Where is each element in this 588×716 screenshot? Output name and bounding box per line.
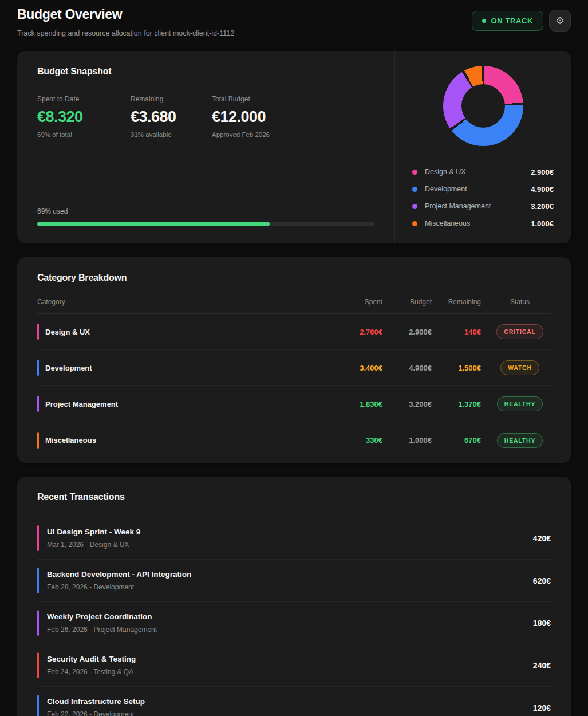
table-row[interactable]: Project Management 1.830€ 3.200€ 1.370€ …: [37, 386, 551, 422]
stat-remaining: Remaining €3.680 31% available: [131, 95, 212, 138]
transaction-name: Security Audit & Testing: [47, 655, 533, 663]
budget-value: 2.900€: [382, 328, 432, 336]
transaction-meta: Mar 1, 2026 - Design & UX: [47, 541, 533, 549]
transaction-body: UI Design Sprint - Week 9 Mar 1, 2026 - …: [47, 528, 533, 549]
transaction-accent-bar: [37, 652, 39, 678]
stat-sub: Approved Feb 2026: [212, 131, 374, 138]
transaction-amount: 420€: [533, 534, 551, 543]
stat-value: €12.000: [212, 108, 374, 126]
legend-item[interactable]: Project Management 3.200€: [412, 198, 554, 215]
category-accent-bar: [37, 432, 39, 449]
category-breakdown-title: Category Breakdown: [37, 273, 551, 283]
column-header-remaining: Remaining: [432, 298, 481, 306]
remaining-value: 670€: [432, 436, 481, 444]
transaction-name: Backend Development - API Integration: [47, 570, 533, 579]
recent-transactions-title: Recent Transactions: [37, 492, 551, 502]
table-row[interactable]: Design & UX 2.760€ 2.900€ 140€ CRITICAL: [37, 314, 551, 350]
transaction-amount: 180€: [533, 619, 551, 628]
category-name: Design & UX: [45, 328, 128, 336]
list-item[interactable]: Weekly Project Coordination Feb 26, 2026…: [37, 602, 551, 644]
transaction-meta: Feb 28, 2026 - Development: [47, 583, 533, 591]
budget-dashboard: Budget Overview Track spending and resou…: [0, 0, 588, 716]
legend-value: 3.200€: [531, 202, 554, 211]
spent-value: 2.760€: [332, 328, 382, 336]
spent-value: 330€: [332, 436, 382, 444]
transaction-body: Security Audit & Testing Feb 24, 2026 - …: [47, 655, 533, 676]
header-actions: ON TRACK ⚙: [472, 10, 571, 32]
budget-value: 1.000€: [382, 436, 432, 444]
list-item[interactable]: Cloud Infrastructure Setup Feb 22, 2026 …: [37, 687, 551, 716]
snapshot-stats-panel: Budget Snapshot Spent to Date €8.320 69%…: [17, 51, 394, 243]
transaction-meta: Feb 22, 2026 - Development: [47, 710, 533, 716]
gear-icon: ⚙: [555, 15, 564, 27]
status-pill: HEALTHY: [497, 396, 543, 411]
list-item[interactable]: UI Design Sprint - Week 9 Mar 1, 2026 - …: [37, 517, 551, 560]
status-cell: HEALTHY: [489, 396, 551, 411]
stat-total-budget: Total Budget €12.000 Approved Feb 2026: [212, 95, 374, 138]
column-header-status: Status: [489, 298, 551, 306]
status-pill: WATCH: [500, 360, 539, 375]
transaction-name: Weekly Project Coordination: [47, 612, 533, 621]
budget-donut-panel: Design & UX 2.900€ Development 4.900€ Pr…: [394, 51, 571, 243]
transaction-meta: Feb 24, 2026 - Testing & QA: [47, 668, 533, 676]
transaction-name: UI Design Sprint - Week 9: [47, 528, 533, 536]
legend-item[interactable]: Development 4.900€: [412, 180, 554, 198]
overall-progress-track: [37, 222, 374, 226]
transaction-amount: 120€: [533, 703, 551, 713]
stat-value: €3.680: [131, 108, 212, 126]
header-titles: Budget Overview Track spending and resou…: [17, 7, 234, 37]
overall-progress: 69% used: [37, 207, 374, 226]
stat-label: Spent to Date: [37, 95, 131, 103]
column-header-budget: Budget: [382, 298, 432, 306]
legend-item[interactable]: Miscellaneous 1.000€: [412, 215, 554, 232]
legend-value: 4.900€: [531, 185, 554, 194]
overall-progress-fill: [37, 222, 270, 226]
budget-snapshot-card: Budget Snapshot Spent to Date €8.320 69%…: [17, 51, 571, 243]
legend-label: Development: [425, 185, 531, 193]
budget-value: 4.900€: [382, 364, 432, 372]
snapshot-title: Budget Snapshot: [37, 66, 374, 77]
table-row[interactable]: Development 3.400€ 4.900€ 1.500€ WATCH: [37, 350, 551, 386]
status-cell: CRITICAL: [489, 324, 551, 339]
donut-legend: Design & UX 2.900€ Development 4.900€ Pr…: [411, 163, 555, 232]
spent-value: 3.400€: [332, 364, 382, 372]
category-accent-bar: [37, 360, 39, 376]
breakdown-table-header: Category Spent Budget Remaining Status: [37, 298, 551, 314]
transaction-amount: 620€: [533, 576, 551, 585]
status-pill: CRITICAL: [496, 324, 543, 339]
status-dot-icon: [482, 19, 486, 23]
status-badge[interactable]: ON TRACK: [472, 11, 543, 31]
snapshot-stats: Spent to Date €8.320 69% of total Remain…: [37, 95, 374, 138]
donut-hole: [461, 84, 505, 128]
column-header-spent: Spent: [332, 298, 382, 306]
category-name: Project Management: [45, 400, 128, 408]
transaction-body: Backend Development - API Integration Fe…: [47, 570, 533, 591]
recent-transactions-card: Recent Transactions UI Design Sprint - W…: [17, 477, 571, 716]
category-breakdown-card: Category Breakdown Category Spent Budget…: [17, 257, 571, 463]
transactions-list: UI Design Sprint - Week 9 Mar 1, 2026 - …: [37, 517, 551, 716]
status-cell: HEALTHY: [489, 433, 551, 448]
category-accent-bar: [37, 324, 39, 340]
legend-dot-icon: [412, 170, 417, 175]
settings-button[interactable]: ⚙: [549, 10, 571, 32]
table-row[interactable]: Miscellaneous 330€ 1.000€ 670€ HEALTHY: [37, 422, 551, 458]
page-subtitle: Track spending and resource allocation f…: [17, 29, 234, 37]
transaction-name: Cloud Infrastructure Setup: [47, 697, 533, 706]
legend-label: Design & UX: [425, 168, 531, 176]
stat-spent: Spent to Date €8.320 69% of total: [37, 95, 131, 138]
legend-item[interactable]: Design & UX 2.900€: [412, 163, 554, 180]
category-accent-bar: [37, 396, 39, 412]
budget-value: 3.200€: [382, 400, 432, 408]
transaction-body: Weekly Project Coordination Feb 26, 2026…: [47, 612, 533, 634]
spent-value: 1.830€: [332, 400, 382, 408]
legend-dot-icon: [412, 187, 417, 192]
overall-progress-label: 69% used: [37, 207, 374, 215]
list-item[interactable]: Security Audit & Testing Feb 24, 2026 - …: [37, 644, 551, 687]
stat-sub: 31% available: [131, 131, 212, 138]
page-title: Budget Overview: [17, 7, 234, 22]
legend-dot-icon: [412, 221, 417, 226]
list-item[interactable]: Backend Development - API Integration Fe…: [37, 560, 551, 602]
status-pill: HEALTHY: [497, 433, 543, 448]
donut-chart-wrap: [443, 66, 523, 146]
transaction-accent-bar: [37, 568, 39, 593]
